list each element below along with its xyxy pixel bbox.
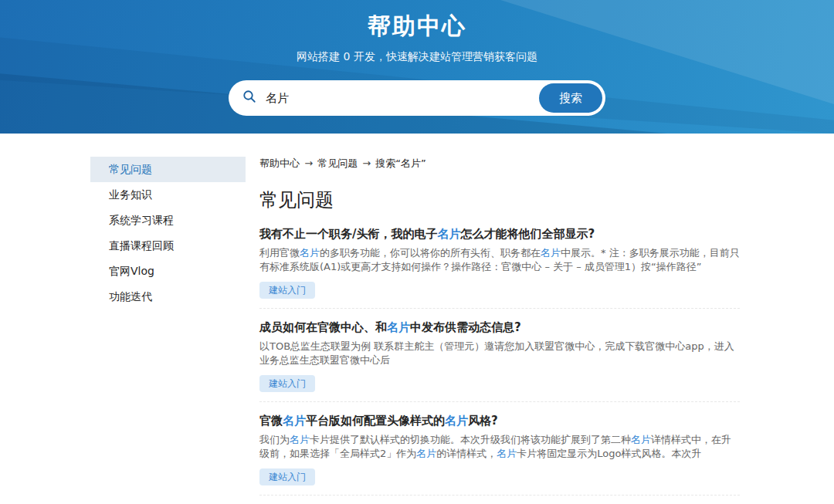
text-segment: 以TOB总监生态联盟为例 联系群主舵主（管理元）邀请您加入联盟官微中心，完成下载… <box>259 340 734 366</box>
text-segment: 的多职务功能，你可以将你的所有头衔、职务都在 <box>320 247 541 259</box>
sidebar-item-官网Vlog[interactable]: 官网Vlog <box>90 259 246 284</box>
sidebar-item-系统学习课程[interactable]: 系统学习课程 <box>90 208 246 233</box>
text-segment: 怎么才能将他们全部显示? <box>460 227 595 241</box>
keyword-highlight: 名片 <box>437 227 460 241</box>
keyword-highlight: 名片 <box>541 247 561 259</box>
search-bar: 搜索 <box>229 80 605 116</box>
result-item: 官微名片平台版如何配置头像样式的名片风格?我们为名片卡片提供了默认样式的切换功能… <box>259 401 740 495</box>
text-segment: 风格? <box>468 414 498 428</box>
keyword-highlight: 名片 <box>290 434 310 445</box>
text-segment: 的详情样式， <box>436 448 497 459</box>
result-snippet: 我们为名片卡片提供了默认样式的切换功能。本次升级我们将该功能扩展到了第二种名片详… <box>259 433 740 461</box>
result-item: 我有不止一个职务/头衔，我的电子名片怎么才能将他们全部显示?利用官微名片的多职务… <box>259 215 740 308</box>
result-item: 成员如何在官微中心、和名片中发布供需动态信息?以TOB总监生态联盟为例 联系群主… <box>259 308 740 401</box>
sidebar: 常见问题业务知识系统学习课程直播课程回顾官网Vlog功能迭代 <box>90 157 246 504</box>
text-segment: 平台版如何配置头像样式的 <box>306 414 445 428</box>
keyword-highlight: 名片 <box>283 414 306 428</box>
page-subtitle: 网站搭建 0 开发，快速解决建站管理营销获客问题 <box>0 50 834 64</box>
result-item: 独立站的官微名片小程序码自己扫和别人扫呈现有区别吗?您好！自己扫描自己的名片小程… <box>259 495 740 504</box>
result-snippet: 以TOB总监生态联盟为例 联系群主舵主（管理元）邀请您加入联盟官微中心，完成下载… <box>259 340 740 367</box>
breadcrumb-arrow: → <box>301 157 316 169</box>
keyword-highlight: 名片 <box>387 320 410 334</box>
text-segment: 官微 <box>259 414 283 428</box>
keyword-highlight: 名片 <box>445 414 468 428</box>
search-icon <box>242 90 256 107</box>
keyword-highlight: 名片 <box>416 448 436 459</box>
result-title[interactable]: 成员如何在官微中心、和名片中发布供需动态信息? <box>259 320 740 335</box>
keyword-highlight: 名片 <box>631 434 651 445</box>
text-segment: 我们为 <box>259 434 290 445</box>
text-segment: 中发布供需动态信息? <box>410 320 521 334</box>
breadcrumb: 帮助中心 → 常见问题 → 搜索“名片” <box>259 157 740 171</box>
sidebar-item-直播课程回顾[interactable]: 直播课程回顾 <box>90 233 246 259</box>
text-segment: 卡片将固定显示为Logo样式风格。本次升 <box>517 448 701 459</box>
search-input[interactable] <box>266 91 539 105</box>
result-title[interactable]: 我有不止一个职务/头衔，我的电子名片怎么才能将他们全部显示? <box>259 226 740 242</box>
main-area: 常见问题业务知识系统学习课程直播课程回顾官网Vlog功能迭代 帮助中心 → 常见… <box>0 134 834 504</box>
page-title: 常见问题 <box>259 188 740 212</box>
breadcrumb-item[interactable]: 帮助中心 <box>259 157 300 169</box>
content-area: 帮助中心 → 常见问题 → 搜索“名片” 常见问题 我有不止一个职务/头衔，我的… <box>259 157 740 504</box>
search-button[interactable]: 搜索 <box>539 83 602 113</box>
keyword-highlight: 名片 <box>300 247 320 259</box>
text-segment: 卡片提供了默认样式的切换功能。本次升级我们将该功能扩展到了第二种 <box>310 434 631 445</box>
text-segment: 成员如何在官微中心、和 <box>259 320 387 334</box>
text-segment: 我有不止一个职务/头衔，我的电子 <box>259 227 437 241</box>
text-segment: 利用官微 <box>259 247 300 259</box>
result-tag[interactable]: 建站入门 <box>259 282 315 299</box>
result-tag[interactable]: 建站入门 <box>259 375 315 392</box>
breadcrumb-item: 搜索“名片” <box>375 157 425 169</box>
sidebar-item-功能迭代[interactable]: 功能迭代 <box>90 284 246 310</box>
keyword-highlight: 名片 <box>497 448 517 459</box>
result-title[interactable]: 官微名片平台版如何配置头像样式的名片风格? <box>259 413 740 428</box>
result-snippet: 利用官微名片的多职务功能，你可以将你的所有头衔、职务都在名片中展示。* 注：多职… <box>259 246 740 274</box>
result-tag[interactable]: 建站入门 <box>259 468 315 485</box>
sidebar-item-常见问题[interactable]: 常见问题 <box>90 157 246 182</box>
sidebar-item-业务知识[interactable]: 业务知识 <box>90 182 246 208</box>
breadcrumb-arrow: → <box>359 157 374 169</box>
page-main-title: 帮助中心 <box>0 11 834 42</box>
breadcrumb-item[interactable]: 常见问题 <box>317 157 358 169</box>
help-center-header: 帮助中心 网站搭建 0 开发，快速解决建站管理营销获客问题 搜索 <box>0 0 834 134</box>
results-list: 我有不止一个职务/头衔，我的电子名片怎么才能将他们全部显示?利用官微名片的多职务… <box>259 215 740 504</box>
